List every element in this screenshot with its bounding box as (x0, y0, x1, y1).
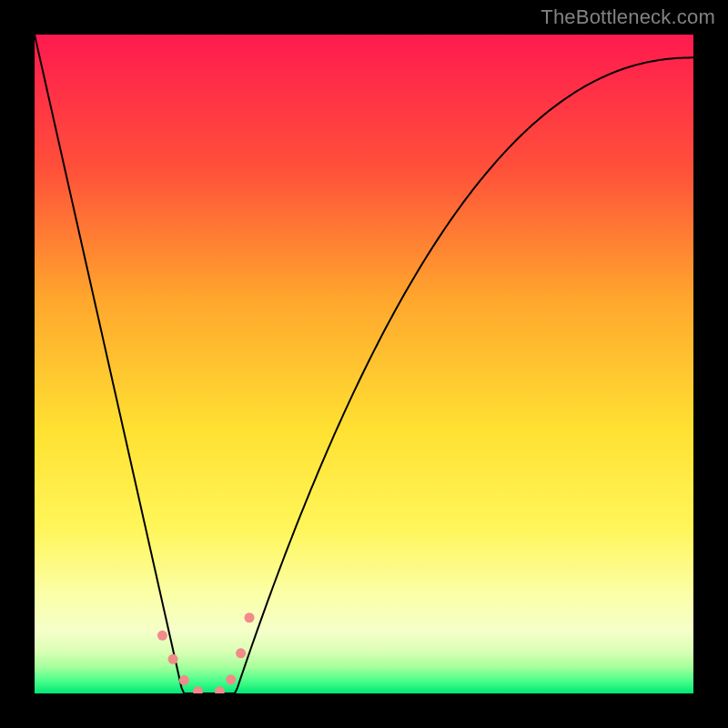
svg-rect-0 (35, 35, 693, 693)
watermark-text: TheBottleneck.com (541, 5, 715, 29)
background-gradient (35, 35, 693, 693)
chart-frame: TheBottleneck.com (0, 0, 728, 728)
plot-area (35, 35, 693, 693)
